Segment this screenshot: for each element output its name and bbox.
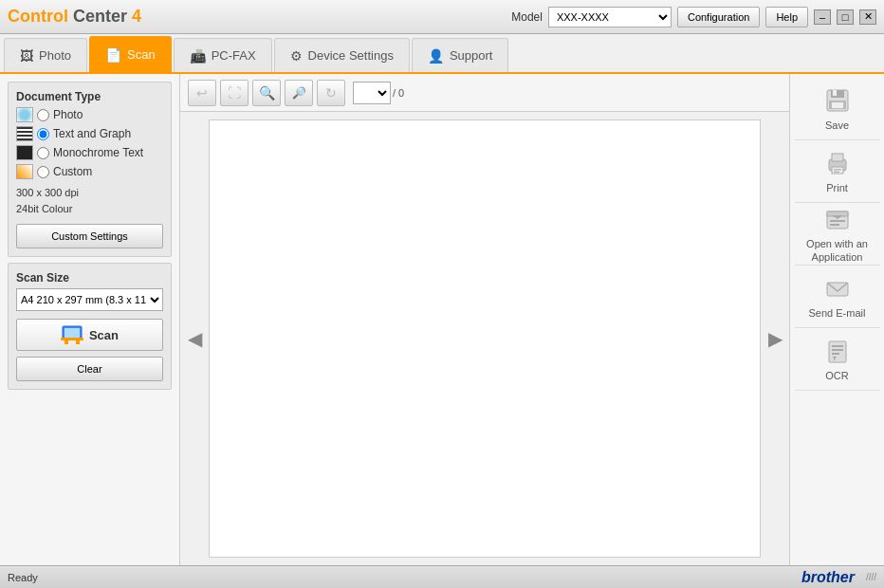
minimize-button[interactable]: – [814, 9, 831, 25]
email-icon [822, 273, 853, 303]
model-select[interactable]: XXX-XXXX [548, 7, 672, 28]
svg-rect-2 [61, 338, 83, 340]
zoom-out-button[interactable]: 🔎 [285, 80, 313, 106]
doctype-monotext-radio[interactable] [37, 147, 49, 159]
toolbar: ↩ ⛶ 🔍 🔎 ↻ / 0 [180, 74, 789, 112]
tab-pcfax[interactable]: 📠 PC-FAX [174, 38, 272, 72]
svg-text:T: T [833, 356, 837, 361]
ocr-action-button[interactable]: T OCR [795, 328, 880, 391]
tab-photo-label: Photo [39, 48, 71, 63]
save-icon [822, 85, 853, 116]
scan-canvas [209, 119, 761, 558]
rotate-icon: ↻ [325, 85, 337, 101]
clear-button[interactable]: Clear [16, 357, 163, 381]
tab-photo[interactable]: 🖼 Photo [4, 38, 87, 72]
tab-devicesettings[interactable]: ⚙ Device Settings [274, 38, 410, 72]
undo-button[interactable]: ↩ [188, 80, 216, 106]
ocr-label: OCR [825, 370, 848, 382]
doctype-textgraph-label: Text and Graph [53, 127, 131, 140]
svg-rect-18 [830, 220, 845, 222]
svg-rect-22 [832, 345, 843, 347]
right-panel: Save Print [789, 74, 884, 565]
tab-bar: 🖼 Photo 📄 Scan 📠 PC-FAX ⚙ Device Setting… [0, 34, 884, 74]
center-panel: ↩ ⛶ 🔍 🔎 ↻ / 0 ◀ ▶ [180, 74, 789, 565]
doctype-monotext-row: Monochrome Text [16, 145, 163, 160]
photo-doc-icon [16, 107, 33, 122]
svg-rect-21 [829, 341, 846, 362]
canvas-area: ◀ ▶ [180, 112, 789, 565]
scan-button[interactable]: Scan [16, 319, 163, 351]
pcfax-tab-icon: 📠 [190, 48, 206, 64]
zoom-out-icon: 🔎 [292, 86, 306, 100]
email-action-button[interactable]: Send E-mail [795, 266, 880, 328]
rotate-button[interactable]: ↻ [317, 80, 345, 106]
brother-logo: brother [801, 569, 855, 586]
scan-size-section: Scan Size A4 210 x 297 mm (8.3 x 11.7...… [8, 263, 172, 390]
tab-pcfax-label: PC-FAX [212, 48, 256, 63]
help-button[interactable]: Help [765, 7, 808, 28]
custom-settings-button[interactable]: Custom Settings [16, 224, 163, 248]
doctype-photo-radio[interactable] [37, 109, 49, 121]
doctype-textgraph-row: Text and Graph [16, 126, 163, 141]
document-type-header: Document Type [16, 90, 163, 103]
support-tab-icon: 👤 [428, 48, 444, 64]
document-type-section: Document Type Photo Text and Graph Monoc… [8, 82, 172, 257]
brother-logo-area: brother //// [801, 569, 876, 586]
fit-icon: ⛶ [228, 85, 241, 101]
status-bar: Ready brother //// [0, 565, 884, 588]
doctype-custom-row: Custom [16, 164, 163, 179]
svg-rect-3 [64, 340, 68, 344]
fit-button[interactable]: ⛶ [220, 80, 249, 106]
devicesettings-tab-icon: ⚙ [290, 48, 303, 64]
page-control: / 0 [353, 82, 404, 104]
tab-scan-label: Scan [127, 47, 156, 62]
openapp-label: Open with an Application [795, 238, 880, 263]
svg-rect-13 [834, 169, 841, 171]
dpi-info: 300 x 300 dpi [16, 185, 163, 201]
tab-support[interactable]: 👤 Support [412, 38, 509, 72]
openapp-icon [822, 204, 853, 234]
main-layout: Document Type Photo Text and Graph Monoc… [0, 74, 884, 565]
svg-rect-11 [832, 154, 843, 161]
maximize-button[interactable]: □ [837, 9, 854, 25]
undo-icon: ↩ [196, 85, 208, 101]
doctype-custom-label: Custom [53, 165, 92, 178]
scan-size-select[interactable]: A4 210 x 297 mm (8.3 x 11.7... [16, 288, 163, 311]
zoom-in-icon: 🔍 [259, 85, 275, 101]
brother-logo-dots: //// [866, 572, 876, 582]
doctype-photo-row: Photo [16, 107, 163, 122]
left-panel: Document Type Photo Text and Graph Monoc… [0, 74, 180, 565]
next-page-button[interactable]: ▶ [761, 112, 789, 565]
photo-tab-icon: 🖼 [20, 48, 33, 64]
doctype-photo-label: Photo [53, 108, 83, 121]
doctype-textgraph-radio[interactable] [37, 128, 49, 140]
print-action-button[interactable]: Print [795, 140, 880, 203]
title-bar-right: Model XXX-XXXX Configuration Help – □ ✕ [511, 7, 876, 28]
page-total: / 0 [393, 87, 404, 99]
svg-rect-19 [830, 224, 839, 226]
prev-page-button[interactable]: ◀ [180, 112, 209, 565]
custom-doc-icon [16, 164, 33, 179]
svg-rect-9 [832, 102, 843, 108]
print-label: Print [826, 182, 848, 194]
scan-button-label: Scan [89, 328, 119, 342]
svg-rect-4 [76, 340, 80, 344]
ocr-icon: T [822, 336, 853, 366]
configuration-button[interactable]: Configuration [677, 7, 760, 28]
email-label: Send E-mail [809, 307, 866, 320]
tab-scan[interactable]: 📄 Scan [89, 36, 172, 72]
close-button[interactable]: ✕ [859, 9, 876, 25]
scan-tab-icon: 📄 [105, 47, 121, 63]
textgraph-doc-icon [16, 126, 33, 141]
zoom-in-button[interactable]: 🔍 [252, 80, 281, 106]
svg-rect-23 [832, 349, 843, 351]
save-action-button[interactable]: Save [795, 78, 880, 140]
doctype-custom-radio[interactable] [37, 166, 49, 178]
openapp-action-button[interactable]: Open with an Application [795, 203, 880, 266]
scan-size-header: Scan Size [16, 271, 163, 285]
title-bar: Control Center 4 Model XXX-XXXX Configur… [0, 0, 884, 34]
scan-button-icon [61, 324, 83, 345]
page-select[interactable] [353, 82, 391, 104]
svg-rect-24 [832, 353, 839, 355]
tab-devicesettings-label: Device Settings [308, 48, 394, 63]
